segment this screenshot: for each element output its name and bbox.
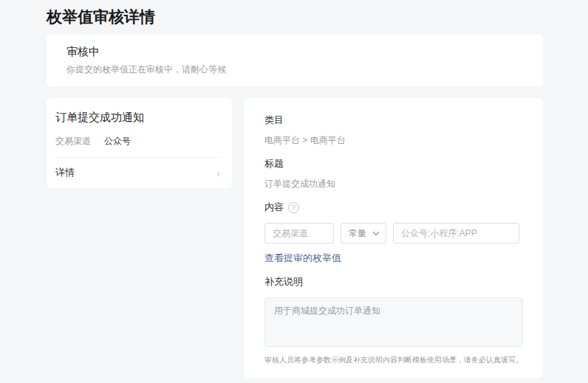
content-label: 内容 bbox=[264, 201, 284, 213]
category-value: 电商平台 > 电商平台 bbox=[264, 135, 523, 146]
review-status-card: 审核中 你提交的枚举值正在审核中，请耐心等候 bbox=[47, 35, 543, 86]
content-label-row: 内容 ? bbox=[264, 201, 523, 213]
chevron-right-icon: › bbox=[216, 168, 220, 178]
template-channel-row: 交易渠道 公众号 bbox=[55, 135, 222, 147]
parameter-row: 常量 bbox=[264, 223, 523, 244]
detail-label: 详情 bbox=[55, 166, 75, 179]
template-title: 订单提交成功通知 bbox=[55, 110, 222, 125]
param-name-input[interactable] bbox=[264, 223, 334, 244]
note-field: 补充说明 用于商城提交成功订单通知 审核人员将参考参数示例及补充说明内容判断模板… bbox=[264, 276, 523, 365]
status-description: 你提交的枚举值正在审核中，请耐心等候 bbox=[66, 63, 523, 75]
page: 枚举值审核详情 审核中 你提交的枚举值正在审核中，请耐心等候 订单提交成功通知 … bbox=[0, 0, 588, 378]
title-field: 标题 订单提交成功通知 bbox=[264, 158, 523, 190]
help-icon[interactable]: ? bbox=[288, 202, 299, 213]
template-summary-card: 订单提交成功通知 交易渠道 公众号 详情 › bbox=[47, 98, 232, 188]
status-title: 审核中 bbox=[66, 44, 523, 59]
category-label: 类目 bbox=[264, 114, 523, 126]
content-columns: 订单提交成功通知 交易渠道 公众号 详情 › 类目 电商平台 > 电商平台 标题… bbox=[47, 98, 588, 378]
view-enum-values-link[interactable]: 查看提审的枚举值 bbox=[264, 252, 341, 264]
review-hint-text: 审核人员将参考参数示例及补充说明内容判断模板使用场景，请务必认真填写。 bbox=[264, 355, 523, 365]
param-example-input[interactable] bbox=[393, 223, 519, 244]
param-type-select[interactable]: 常量 bbox=[341, 223, 386, 244]
param-type-value: 常量 bbox=[349, 227, 366, 240]
title-value: 订单提交成功通知 bbox=[264, 179, 523, 190]
channel-value: 公众号 bbox=[104, 135, 131, 147]
chevron-down-icon bbox=[372, 228, 380, 238]
channel-label: 交易渠道 bbox=[55, 135, 91, 147]
category-field: 类目 电商平台 > 电商平台 bbox=[264, 114, 523, 146]
review-detail-card: 类目 电商平台 > 电商平台 标题 订单提交成功通知 内容 ? 常量 bbox=[244, 98, 543, 378]
template-detail-link[interactable]: 详情 › bbox=[55, 158, 222, 188]
note-textarea[interactable]: 用于商城提交成功订单通知 bbox=[264, 297, 523, 347]
title-label: 标题 bbox=[264, 158, 523, 170]
content-field: 内容 ? 常量 查看提审的枚举值 bbox=[264, 201, 523, 264]
note-label: 补充说明 bbox=[264, 276, 523, 288]
page-title: 枚举值审核详情 bbox=[47, 7, 588, 27]
